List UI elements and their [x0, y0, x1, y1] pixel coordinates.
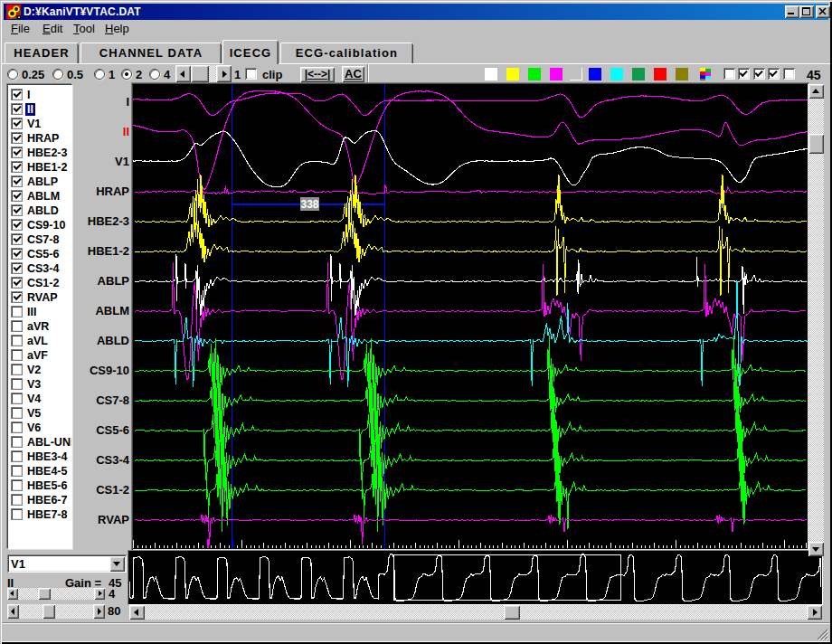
svg-text:338: 338	[300, 198, 318, 211]
